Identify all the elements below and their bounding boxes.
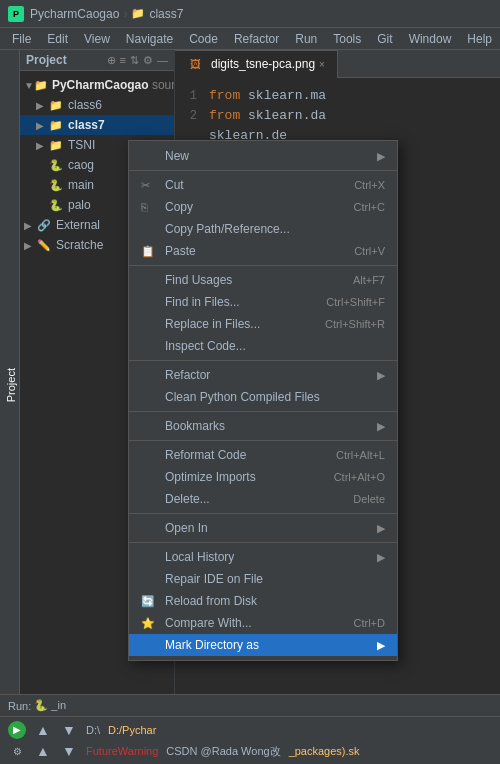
ctx-new-arrow: ▶	[377, 150, 385, 163]
ctx-bookmarks-arrow: ▶	[377, 420, 385, 433]
arrow-up2-button[interactable]: ▲	[34, 742, 52, 760]
ctx-copy-path[interactable]: Copy Path/Reference...	[129, 218, 397, 240]
title-bar: P PycharmCaogao › 📁 class7	[0, 0, 500, 28]
tab-digits-tsne-pca[interactable]: 🖼 digits_tsne-pca.png ×	[175, 50, 338, 78]
tree-class6-label: class6	[68, 98, 102, 112]
tree-ext-icon: 🔗	[36, 217, 52, 233]
tree-tsni-icon: 📁	[48, 137, 64, 153]
ctx-divider-4	[129, 411, 397, 412]
tab-png-icon: 🖼	[187, 56, 203, 72]
ctx-cut[interactable]: ✂ Cut Ctrl+X	[129, 174, 397, 196]
menu-help[interactable]: Help	[459, 30, 500, 48]
ctx-compare-with-shortcut: Ctrl+D	[354, 617, 385, 629]
ctx-find-usages[interactable]: Find Usages Alt+F7	[129, 269, 397, 291]
tree-caog-arrow	[36, 160, 48, 171]
menu-file[interactable]: File	[4, 30, 39, 48]
menu-refactor[interactable]: Refactor	[226, 30, 287, 48]
ctx-open-in[interactable]: Open In ▶	[129, 517, 397, 539]
run-script-name: 🐍 _in	[34, 699, 66, 712]
ctx-delete[interactable]: Delete... Delete	[129, 488, 397, 510]
tree-caog-icon: 🐍	[48, 157, 64, 173]
ctx-mark-directory-label: Mark Directory as	[165, 638, 373, 652]
status-row-2: ⚙ ▲ ▼ FutureWarning CSDN @Rada Wong改 _pa…	[8, 742, 492, 760]
ctx-clean-python[interactable]: Clean Python Compiled Files	[129, 386, 397, 408]
ctx-find-usages-label: Find Usages	[165, 273, 345, 287]
settings-button[interactable]: ⚙	[8, 742, 26, 760]
ctx-compare-with[interactable]: ⭐ Compare With... Ctrl+D	[129, 612, 397, 634]
tree-root-arrow: ▼	[24, 80, 34, 91]
ctx-refactor-label: Refactor	[165, 368, 373, 382]
status-bar: ▶ ▲ ▼ D:\ D:/Pychar ⚙ ▲ ▼ FutureWarning …	[0, 716, 500, 764]
project-minimize-icon[interactable]: —	[157, 54, 168, 67]
project-gear-icon[interactable]: ⚙	[143, 54, 153, 67]
ctx-bookmarks[interactable]: Bookmarks ▶	[129, 415, 397, 437]
ctx-cut-label: Cut	[165, 178, 346, 192]
tree-item-class7[interactable]: ▶ 📁 class7	[20, 115, 174, 135]
ctx-paste[interactable]: 📋 Paste Ctrl+V	[129, 240, 397, 262]
ctx-paste-icon: 📋	[141, 245, 159, 258]
menu-code[interactable]: Code	[181, 30, 226, 48]
status-packages: _packages).sk	[289, 745, 360, 757]
tree-item-class6[interactable]: ▶ 📁 class6	[20, 95, 174, 115]
ctx-local-history[interactable]: Local History ▶	[129, 546, 397, 568]
menu-navigate[interactable]: Navigate	[118, 30, 181, 48]
menu-run[interactable]: Run	[287, 30, 325, 48]
tree-main-label: main	[68, 178, 94, 192]
ctx-clean-python-label: Clean Python Compiled Files	[165, 390, 385, 404]
ctx-divider-3	[129, 360, 397, 361]
ctx-compare-with-label: Compare With...	[165, 616, 346, 630]
ctx-refactor[interactable]: Refactor ▶	[129, 364, 397, 386]
ctx-paste-label: Paste	[165, 244, 346, 258]
ctx-open-in-label: Open In	[165, 521, 373, 535]
project-sort-icon[interactable]: ⇅	[130, 54, 139, 67]
ctx-replace-in-files[interactable]: Replace in Files... Ctrl+Shift+R	[129, 313, 397, 335]
status-warning: FutureWarning	[86, 745, 158, 757]
ctx-new[interactable]: New ▶	[129, 145, 397, 167]
ctx-reformat-code[interactable]: Reformat Code Ctrl+Alt+L	[129, 444, 397, 466]
project-tab-label[interactable]: Project	[3, 360, 19, 410]
menu-edit[interactable]: Edit	[39, 30, 76, 48]
menu-tools[interactable]: Tools	[325, 30, 369, 48]
ctx-divider-7	[129, 542, 397, 543]
ctx-reformat-shortcut: Ctrl+Alt+L	[336, 449, 385, 461]
ctx-mark-directory[interactable]: Mark Directory as ▶	[129, 634, 397, 656]
status-path1: D:\	[86, 724, 100, 736]
ctx-copy[interactable]: ⎘ Copy Ctrl+C	[129, 196, 397, 218]
tab-close-icon[interactable]: ×	[319, 59, 325, 70]
sidebar-project-tab[interactable]: Project	[0, 50, 20, 716]
ctx-reload-disk[interactable]: 🔄 Reload from Disk	[129, 590, 397, 612]
ctx-optimize-imports[interactable]: Optimize Imports Ctrl+Alt+O	[129, 466, 397, 488]
kw-from-1: from	[209, 88, 240, 103]
kw-from-2: from	[209, 108, 240, 123]
ctx-repair-ide[interactable]: Repair IDE on File	[129, 568, 397, 590]
run-bar: Run: 🐍 _in	[0, 694, 500, 716]
menu-view[interactable]: View	[76, 30, 118, 48]
ctx-divider-1	[129, 170, 397, 171]
ctx-find-in-files[interactable]: Find in Files... Ctrl+Shift+F	[129, 291, 397, 313]
menu-window[interactable]: Window	[401, 30, 460, 48]
project-list-icon[interactable]: ≡	[120, 54, 126, 67]
ctx-mark-directory-arrow: ▶	[377, 639, 385, 652]
file-icon: 📁	[131, 7, 145, 20]
tree-ext-label: External	[56, 218, 100, 232]
ctx-optimize-imports-label: Optimize Imports	[165, 470, 326, 484]
ctx-cut-shortcut: Ctrl+X	[354, 179, 385, 191]
status-row-1: ▶ ▲ ▼ D:\ D:/Pychar	[8, 721, 492, 739]
arrow-down-button[interactable]: ▼	[60, 721, 78, 739]
ctx-copy-shortcut: Ctrl+C	[354, 201, 385, 213]
project-sync-icon[interactable]: ⊕	[107, 54, 116, 67]
ctx-copy-path-label: Copy Path/Reference...	[165, 222, 385, 236]
arrow-down2-button[interactable]: ▼	[60, 742, 78, 760]
ctx-inspect-code[interactable]: Inspect Code...	[129, 335, 397, 357]
tree-root[interactable]: ▼ 📁 PyCharmCaogao sources root,	[20, 75, 174, 95]
arrow-up-button[interactable]: ▲	[34, 721, 52, 739]
line-num-1: 1	[175, 86, 197, 106]
code-line-1: from sklearn.ma	[209, 86, 500, 106]
ctx-cut-icon: ✂	[141, 179, 159, 192]
ctx-refactor-arrow: ▶	[377, 369, 385, 382]
tree-class6-icon: 📁	[48, 97, 64, 113]
tree-tsni-arrow: ▶	[36, 140, 48, 151]
ctx-local-history-arrow: ▶	[377, 551, 385, 564]
run-button[interactable]: ▶	[8, 721, 26, 739]
menu-git[interactable]: Git	[369, 30, 400, 48]
